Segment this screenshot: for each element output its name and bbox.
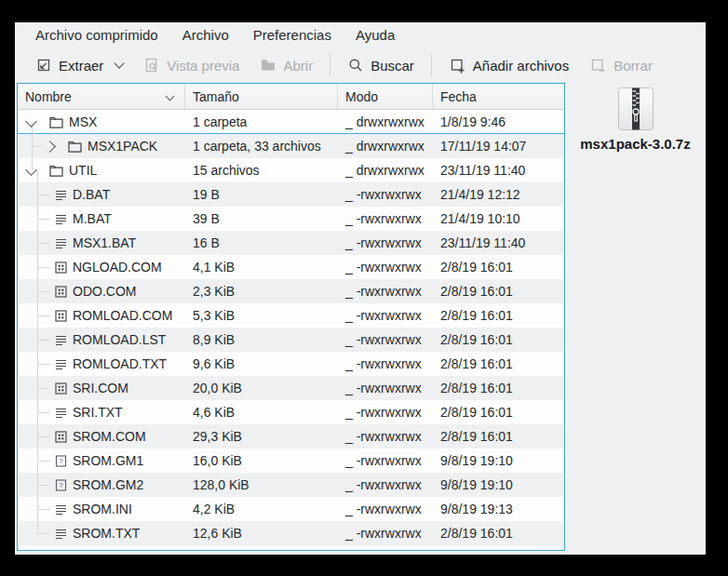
- file-date: 2/8/19 16:01: [433, 352, 564, 376]
- menu-item-ayuda[interactable]: Ayuda: [346, 24, 404, 46]
- table-row-srom-gm1[interactable]: ?SROM.GM116,0 KiB_ -rwxrwxrwx9/8/19 19:1…: [18, 449, 564, 473]
- table-row-srom-gm2[interactable]: ?SROM.GM2128,0 KiB_ -rwxrwxrwx9/8/19 19:…: [18, 473, 564, 497]
- tree-guide: [37, 436, 50, 437]
- tree-guide: [37, 340, 50, 341]
- extract-button[interactable]: Extraer: [28, 52, 130, 78]
- file-size: 1 carpeta, 33 archivos: [185, 134, 338, 158]
- expander-down-icon[interactable]: [25, 164, 37, 176]
- column-header-tamano[interactable]: Tamaño: [185, 84, 338, 109]
- table-row-sri-com[interactable]: SRI.COM20,0 KiB_ -rwxrwxrwx2/8/19 16:01: [18, 376, 564, 400]
- text-file-icon: [55, 528, 67, 540]
- table-row-srom-com[interactable]: SROM.COM29,3 KiB_ -rwxrwxrwx2/8/19 16:01: [18, 424, 564, 449]
- exec-file-icon: [55, 261, 67, 274]
- table-row-msx1-bat[interactable]: MSX1.BAT16 B_ -rwxrwxrwx23/11/19 11:40: [18, 231, 564, 255]
- table-row-romload-lst[interactable]: ROMLOAD.LST8,9 KiB_ -rwxrwxrwx2/8/19 16:…: [18, 328, 564, 352]
- tree-guide: [37, 461, 50, 462]
- file-mode: _ -rwxrwxrwx: [338, 182, 433, 207]
- search-button[interactable]: Buscar: [340, 52, 422, 78]
- file-size: 12,6 KiB: [185, 521, 338, 545]
- menu-item-preferencias[interactable]: Preferencias: [244, 24, 341, 46]
- table-row-srom-txt[interactable]: SROM.TXT12,6 KiB_ -rwxrwxrwx2/8/19 16:01: [18, 521, 564, 545]
- column-header-label: Fecha: [440, 89, 477, 104]
- file-size: 4,2 KiB: [185, 497, 338, 521]
- column-header-nombre[interactable]: Nombre: [18, 84, 185, 109]
- folder-file-icon: [49, 165, 63, 177]
- file-mode: _ -rwxrwxrwx: [338, 231, 433, 255]
- file-size: 20,0 KiB: [185, 376, 338, 400]
- file-mode: _ -rwxrwxrwx: [338, 473, 433, 497]
- folder-file-icon: [49, 116, 63, 128]
- svg-text:?: ?: [59, 481, 63, 489]
- screen: { "menubar": { "items": [ {"label": "Arc…: [0, 0, 728, 576]
- table-row-sri-txt[interactable]: SRI.TXT4,6 KiB_ -rwxrwxrwx2/8/19 16:01: [18, 400, 564, 424]
- file-date: 2/8/19 16:01: [433, 424, 564, 449]
- file-size: 2,3 KiB: [185, 279, 338, 303]
- table-row-srom-ini[interactable]: SROM.INI4,2 KiB_ -rwxrwxrwx9/8/19 19:13: [18, 497, 564, 521]
- file-mode: _ -rwxrwxrwx: [338, 328, 433, 352]
- expander-down-icon[interactable]: [25, 115, 37, 127]
- add-files-icon: [449, 57, 466, 74]
- table-row-ngload-com[interactable]: NGLOAD.COM4,1 KiB_ -rwxrwxrwx2/8/19 16:0…: [18, 255, 564, 279]
- archive-manager-window: Archivo comprimidoArchivoPreferenciasAyu…: [15, 22, 706, 555]
- exec-file-icon: [55, 431, 67, 443]
- table-row-odo-com[interactable]: ODO.COM2,3 KiB_ -rwxrwxrwx2/8/19 16:01: [18, 279, 564, 303]
- file-date: 23/11/19 11:40: [433, 231, 564, 255]
- file-date: 17/11/19 14:07: [433, 134, 564, 158]
- preview-button[interactable]: Vista previa: [136, 52, 247, 78]
- file-name: SROM.TXT: [73, 521, 140, 545]
- file-date: 2/8/19 16:01: [433, 521, 564, 545]
- file-mode: _ -rwxrwxrwx: [338, 352, 433, 376]
- archive-file-tree: Nombre Tamaño Modo Fecha MSX1 carpeta_ d…: [17, 83, 565, 551]
- menu-item-archivo[interactable]: Archivo: [173, 24, 238, 46]
- search-button-label: Buscar: [371, 58, 414, 74]
- file-name: MSX1.BAT: [73, 231, 136, 255]
- toolbar-separator: [330, 54, 330, 76]
- table-row-m-bat[interactable]: M.BAT39 B_ -rwxrwxrwx21/4/19 10:10: [18, 207, 564, 231]
- file-mode: _ -rwxrwxrwx: [338, 207, 433, 231]
- open-button-label: Abrir: [283, 58, 313, 74]
- file-size: 19 B: [185, 182, 338, 207]
- tree-guide: [37, 170, 38, 182]
- table-row-msx1pack[interactable]: MSX1PACK1 carpeta, 33 archivos_ drwxrwxr…: [18, 134, 564, 158]
- table-row-romload-com[interactable]: ROMLOAD.COM5,3 KiB_ -rwxrwxrwx2/8/19 16:…: [18, 303, 564, 328]
- menubar: Archivo comprimidoArchivoPreferenciasAyu…: [15, 22, 706, 47]
- svg-text:?: ?: [59, 457, 63, 465]
- tree-guide: [37, 364, 50, 365]
- column-header-modo[interactable]: Modo: [338, 84, 433, 109]
- file-mode: _ -rwxrwxrwx: [338, 303, 433, 328]
- delete-button-label: Borrar: [613, 58, 653, 74]
- side-panel: msx1pack-3.0.7z: [565, 83, 706, 152]
- table-row-d-bat[interactable]: D.BAT19 B_ -rwxrwxrwx21/4/19 12:12: [18, 182, 564, 207]
- text-file-icon: [55, 334, 67, 346]
- expander-right-icon[interactable]: [44, 141, 56, 153]
- file-size: 4,1 KiB: [185, 255, 338, 279]
- file-name: NGLOAD.COM: [73, 255, 162, 279]
- file-mode: _ -rwxrwxrwx: [338, 376, 433, 400]
- file-name: SROM.GM2: [73, 473, 143, 497]
- tree-guide: [37, 267, 50, 268]
- file-size: 4,6 KiB: [185, 400, 338, 424]
- file-date: 2/8/19 16:01: [433, 400, 564, 424]
- table-row-util[interactable]: UTIL15 archivos_ drwxrwxrwx23/11/19 11:4…: [18, 158, 564, 182]
- file-name: SROM.COM: [73, 424, 146, 449]
- column-header-fecha[interactable]: Fecha: [433, 84, 564, 109]
- menu-item-archivo-comprimido[interactable]: Archivo comprimido: [26, 24, 168, 46]
- zip-archive-icon[interactable]: [617, 87, 654, 131]
- delete-button[interactable]: Borrar: [582, 52, 660, 79]
- file-name: SROM.GM1: [73, 449, 143, 473]
- table-row-romload-txt[interactable]: ROMLOAD.TXT9,6 KiB_ -rwxrwxrwx2/8/19 16:…: [18, 352, 564, 376]
- open-button[interactable]: Abrir: [252, 52, 320, 78]
- file-size: 9,6 KiB: [185, 352, 338, 376]
- table-row-msx[interactable]: MSX1 carpeta_ drwxrwxrwx1/8/19 9:46: [18, 110, 564, 134]
- text-file-icon: [55, 213, 67, 225]
- text-file-icon: [55, 358, 67, 370]
- file-size: 16 B: [185, 231, 338, 255]
- tree-guide: [37, 533, 50, 534]
- file-date: 21/4/19 10:10: [433, 207, 564, 231]
- add-files-button[interactable]: Añadir archivos: [441, 52, 576, 79]
- file-name: M.BAT: [73, 207, 112, 231]
- folder-file-icon: [68, 141, 82, 153]
- file-name: MSX: [69, 110, 97, 134]
- chevron-down-icon: [115, 58, 125, 68]
- sort-indicator-icon: [166, 92, 175, 101]
